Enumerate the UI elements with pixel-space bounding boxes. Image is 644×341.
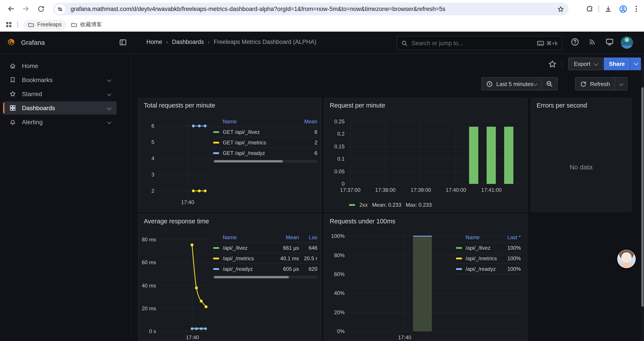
back-icon[interactable] bbox=[4, 1, 18, 16]
page-scrollbar[interactable] bbox=[641, 63, 644, 341]
y-tick: 60 ms bbox=[138, 259, 156, 265]
legend-header-name[interactable]: Name bbox=[223, 234, 274, 240]
sidebar: Home Bookmarks Starred Dashbo bbox=[0, 54, 131, 341]
url-text[interactable]: grafana.mathmast.com/d/deytv4rwavabkb/fr… bbox=[70, 6, 554, 12]
search-input[interactable] bbox=[411, 39, 537, 47]
y-tick: 5 bbox=[138, 139, 154, 145]
sidebar-item-starred[interactable]: Starred bbox=[3, 87, 116, 101]
address-bar[interactable]: grafana.mathmast.com/d/deytv4rwavabkb/fr… bbox=[53, 3, 568, 15]
legend-header-name[interactable]: Name bbox=[223, 119, 299, 125]
grafana-logo[interactable] bbox=[7, 38, 15, 48]
series-swatch bbox=[456, 257, 462, 259]
bookmarks-separator bbox=[17, 21, 18, 28]
y-tick: 0.15 bbox=[324, 144, 344, 150]
series-swatch bbox=[456, 268, 462, 270]
series-swatch bbox=[213, 247, 219, 249]
chevron-down-icon[interactable] bbox=[107, 106, 112, 110]
breadcrumb-home[interactable]: Home bbox=[146, 39, 162, 45]
legend-row[interactable]: GET /api/_/metrics 2 bbox=[213, 137, 318, 147]
refresh-interval-button[interactable] bbox=[614, 78, 627, 90]
reload-icon[interactable] bbox=[33, 1, 48, 16]
favorite-star-icon[interactable] bbox=[548, 60, 557, 69]
series-swatch bbox=[213, 152, 219, 154]
legend-row[interactable]: /api/_/livez 100% bbox=[456, 242, 521, 253]
profile-icon[interactable] bbox=[617, 3, 629, 15]
sidebar-item-home[interactable]: Home bbox=[3, 59, 116, 72]
time-range-group: Last 5 minutes bbox=[481, 77, 558, 90]
legend-row[interactable]: /api/_/readyz 100% bbox=[456, 263, 521, 274]
panel-title[interactable]: Errors per second bbox=[536, 102, 587, 109]
legend-header-mean[interactable]: Mean bbox=[299, 119, 318, 125]
y-tick: 6 bbox=[138, 123, 154, 129]
breadcrumb: Home › Dashboards › Freeleaps Metrics Da… bbox=[146, 39, 316, 45]
chevron-down-icon bbox=[533, 81, 538, 86]
legend-row[interactable]: /api/_/livez 661 µs 646 bbox=[213, 242, 318, 253]
bookmark-label: Freeleaps bbox=[37, 22, 62, 28]
legend-row[interactable]: /api/_/metrics 100% bbox=[456, 253, 521, 263]
series-swatch bbox=[213, 268, 219, 270]
scrollbar-thumb[interactable] bbox=[641, 87, 644, 307]
grafana-brand[interactable]: Grafana bbox=[21, 39, 45, 46]
help-icon[interactable] bbox=[571, 38, 579, 46]
y-tick: 2 bbox=[138, 188, 154, 194]
bookmark-icon bbox=[9, 76, 16, 83]
search-box[interactable]: ⌘+k bbox=[397, 36, 562, 50]
legend-scrollbar[interactable] bbox=[213, 160, 318, 163]
refresh-button[interactable]: Refresh bbox=[576, 78, 614, 90]
legend-header-mean[interactable]: Mean bbox=[274, 234, 299, 240]
legend-row[interactable]: /api/_/metrics 40.1 ms 20.5 r bbox=[213, 253, 318, 263]
user-avatar[interactable] bbox=[621, 37, 633, 49]
zoom-out-button[interactable] bbox=[541, 78, 557, 90]
sidebar-toggle-icon[interactable] bbox=[119, 39, 127, 46]
share-button[interactable]: Share bbox=[604, 58, 641, 70]
series-swatch bbox=[213, 131, 219, 133]
y-tick: 4 bbox=[138, 155, 154, 162]
forward-icon[interactable] bbox=[18, 1, 33, 16]
time-range-picker[interactable]: Last 5 minutes bbox=[482, 78, 541, 90]
chevron-down-icon[interactable] bbox=[107, 78, 112, 82]
download-icon[interactable] bbox=[602, 3, 614, 15]
x-tick: 17:40 bbox=[179, 334, 206, 340]
legend-header: Name Last * bbox=[456, 233, 521, 242]
browser-menu-icon[interactable] bbox=[632, 3, 640, 15]
sidebar-item-alerting[interactable]: Alerting bbox=[3, 115, 116, 129]
home-icon bbox=[9, 62, 16, 69]
legend-row[interactable]: GET /api/_/livez 6 bbox=[213, 126, 318, 137]
export-button[interactable]: Export bbox=[568, 58, 602, 70]
scrollbar-thumb[interactable] bbox=[214, 276, 289, 278]
extensions-icon[interactable] bbox=[584, 3, 596, 15]
share-menu-button[interactable] bbox=[630, 58, 641, 70]
chevron-down-icon[interactable] bbox=[107, 92, 112, 96]
x-tick: 17:40:00 bbox=[440, 187, 471, 193]
series-name[interactable]: 2xx bbox=[360, 202, 368, 208]
y-tick: 100% bbox=[324, 233, 344, 239]
monitor-icon[interactable] bbox=[606, 38, 614, 46]
bookmark-folder-freeleaps[interactable]: Freeleaps bbox=[23, 20, 66, 30]
legend[interactable]: 2xx Mean: 0.233 Max: 0.233 bbox=[349, 202, 432, 208]
sidebar-item-bookmarks[interactable]: Bookmarks bbox=[3, 73, 116, 87]
legend-row[interactable]: GET /api/_/readyz 6 bbox=[213, 147, 318, 158]
legend-rows: /api/_/livez 100% /api/_/metrics 100% /a… bbox=[456, 242, 521, 274]
sidebar-item-dashboards[interactable]: Dashboards bbox=[3, 101, 116, 115]
search-shortcut: ⌘+k bbox=[537, 40, 558, 46]
chevron-down-icon[interactable] bbox=[107, 120, 112, 124]
grafana-header: Grafana Home › Dashboards › Freeleaps Me… bbox=[0, 32, 644, 54]
legend-table: Name Last * /api/_/livez 100% /api/_/met… bbox=[456, 233, 521, 274]
breadcrumb-dashboards[interactable]: Dashboards bbox=[172, 39, 204, 45]
legend-header-last[interactable]: Last * bbox=[502, 234, 521, 240]
rss-icon[interactable] bbox=[588, 38, 596, 46]
x-tick: 17:37:00 bbox=[335, 187, 366, 193]
scrollbar-thumb[interactable] bbox=[214, 160, 283, 162]
bookmark-folder-blogs[interactable]: 收藏博客 bbox=[66, 19, 106, 30]
apps-grid-icon[interactable] bbox=[6, 22, 12, 27]
legend-header-name[interactable]: Name bbox=[466, 234, 502, 240]
chart-canvas[interactable] bbox=[324, 98, 528, 212]
floating-avatar[interactable] bbox=[617, 250, 636, 268]
site-settings-icon[interactable] bbox=[55, 4, 65, 14]
x-tick: 17:41:00 bbox=[476, 187, 507, 193]
legend-scrollbar[interactable] bbox=[213, 276, 318, 279]
refresh-group: Refresh bbox=[575, 77, 627, 90]
legend-header-last[interactable]: Las bbox=[299, 234, 318, 240]
bookmark-star-icon[interactable] bbox=[554, 3, 567, 15]
legend-row[interactable]: /api/_/readyz 605 µs 620 bbox=[213, 263, 318, 274]
